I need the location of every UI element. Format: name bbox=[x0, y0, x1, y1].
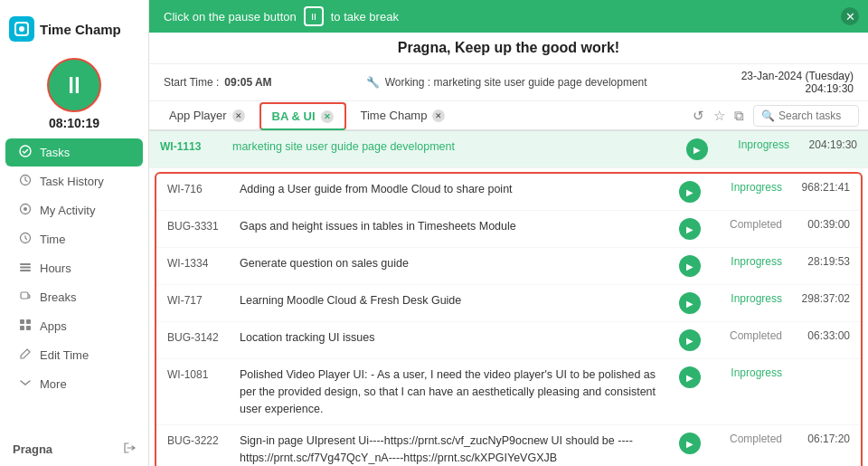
sidebar-item-apps[interactable]: Apps bbox=[5, 312, 143, 340]
sidebar-item-label-tasks: Tasks bbox=[40, 146, 70, 159]
grouped-tasks: WI-716 Adding a User guide from Moodle C… bbox=[155, 172, 863, 466]
sidebar-item-more[interactable]: More bbox=[5, 370, 143, 398]
greeting-text: Pragna, Keep up the good work! bbox=[398, 40, 619, 55]
task-time-4: 06:33:00 bbox=[791, 329, 850, 342]
task-time-2: 28:19:53 bbox=[791, 255, 850, 268]
sidebar-item-label-more: More bbox=[40, 377, 67, 391]
search-icon: 🔍 bbox=[761, 109, 775, 122]
sidebar-item-edit-time[interactable]: Edit Time bbox=[5, 341, 143, 369]
task-play-button-0[interactable]: ▶ bbox=[679, 181, 701, 203]
search-input[interactable] bbox=[778, 109, 851, 122]
task-id-1: BUG-3331 bbox=[167, 218, 231, 233]
logout-icon[interactable] bbox=[123, 442, 136, 457]
sidebar-item-hours[interactable]: Hours bbox=[5, 254, 143, 282]
sidebar-item-label-edit-time: Edit Time bbox=[40, 348, 89, 362]
top-banner: Click on the pause button ⏸ to take brea… bbox=[149, 0, 868, 33]
breaks-icon bbox=[18, 290, 33, 305]
info-bar-working: 🔧 Working : marketing site user guide pa… bbox=[366, 76, 647, 89]
tab-app-player[interactable]: App Player ✕ bbox=[158, 101, 256, 131]
sidebar-item-label-task-history: Task History bbox=[40, 175, 104, 188]
task-time-0: 968:21:41 bbox=[791, 181, 850, 194]
pause-button-icon[interactable]: ⏸ bbox=[304, 6, 324, 26]
task-status-2: Inprogress bbox=[710, 255, 782, 268]
svg-rect-13 bbox=[20, 326, 24, 330]
task-play-button-2[interactable]: ▶ bbox=[679, 255, 701, 277]
task-row: BUG-3222 Sign-in page UIpresent Ui----ht… bbox=[156, 425, 861, 466]
svg-rect-9 bbox=[20, 270, 31, 271]
hours-icon bbox=[18, 261, 33, 276]
tab-label-time-champ: Time Champ bbox=[361, 109, 428, 122]
activity-icon bbox=[18, 203, 33, 218]
info-bar-left: Start Time : 09:05 AM bbox=[164, 76, 272, 89]
sidebar: Time Champ ⏸ 08:10:19 Tasks Task History… bbox=[0, 0, 149, 466]
svg-rect-11 bbox=[20, 319, 24, 324]
sidebar-item-label-apps: Apps bbox=[40, 319, 67, 333]
task-play-button-3[interactable]: ▶ bbox=[679, 292, 701, 314]
close-icon: ✕ bbox=[845, 10, 855, 24]
task-play-button-5[interactable]: ▶ bbox=[679, 366, 701, 388]
sidebar-item-time[interactable]: Time bbox=[5, 225, 143, 253]
task-row: WI-716 Adding a User guide from Moodle C… bbox=[156, 174, 861, 211]
pause-instruction: Click on the pause button bbox=[164, 10, 297, 24]
task-time-3: 298:37:02 bbox=[791, 292, 850, 305]
banner-close-button[interactable]: ✕ bbox=[841, 7, 859, 25]
task-desc-5: Polished Video Player UI: - As a user, I… bbox=[240, 366, 670, 417]
sidebar-item-my-activity[interactable]: My Activity bbox=[5, 196, 143, 224]
task-status-3: Inprogress bbox=[710, 292, 782, 305]
working-label: Working : marketing site user guide page… bbox=[385, 76, 647, 89]
task-desc-4: Location tracking UI issues bbox=[240, 329, 670, 347]
user-name: Pragna bbox=[13, 442, 52, 456]
task-desc-6: Sign-in page UIpresent Ui----https://prn… bbox=[240, 433, 670, 466]
task-id-0: WI-716 bbox=[167, 181, 231, 195]
sidebar-nav: Tasks Task History My Activity Time Hour… bbox=[0, 138, 148, 399]
task-status-1: Completed bbox=[710, 218, 782, 231]
star-icon[interactable]: ☆ bbox=[713, 108, 725, 124]
tab-ba-ui[interactable]: BA & UI ✕ bbox=[259, 102, 346, 130]
task-play-button-6[interactable]: ▶ bbox=[679, 433, 701, 454]
task-row: WI-1081 Polished Video Player UI: - As a… bbox=[156, 359, 861, 425]
sidebar-time: 08:10:19 bbox=[49, 116, 99, 130]
task-row: BUG-3142 Location tracking UI issues ▶ C… bbox=[156, 322, 861, 359]
logo-icon bbox=[9, 16, 34, 42]
task-play-button-1[interactable]: ▶ bbox=[679, 218, 701, 240]
svg-rect-14 bbox=[26, 326, 31, 330]
greeting-bar: Pragna, Keep up the good work! bbox=[149, 33, 868, 64]
task-status-6: Completed bbox=[710, 433, 782, 445]
sidebar-item-task-history[interactable]: Task History bbox=[5, 167, 143, 195]
task-status-4: Completed bbox=[710, 329, 782, 342]
sidebar-item-breaks[interactable]: Breaks bbox=[5, 283, 143, 311]
tab-close-ba-ui[interactable]: ✕ bbox=[321, 110, 334, 123]
task-rows: WI-716 Adding a User guide from Moodle C… bbox=[156, 174, 861, 466]
start-label: Start Time : bbox=[164, 76, 219, 89]
info-bar: Start Time : 09:05 AM 🔧 Working : market… bbox=[149, 64, 868, 101]
task-status-0: Inprogress bbox=[710, 181, 782, 194]
svg-rect-7 bbox=[20, 263, 31, 265]
current-task-play-button[interactable]: ▶ bbox=[686, 138, 708, 160]
banner-suffix: to take break bbox=[331, 10, 399, 24]
svg-rect-12 bbox=[26, 319, 31, 324]
task-row: WI-717 Learning Moodle Cloud & Fresh Des… bbox=[156, 285, 861, 322]
task-history-icon bbox=[18, 174, 33, 189]
sidebar-item-label-breaks: Breaks bbox=[40, 290, 76, 304]
task-status-5: Inprogress bbox=[710, 366, 782, 379]
task-time-6: 06:17:20 bbox=[791, 433, 850, 445]
sidebar-item-tasks[interactable]: Tasks bbox=[5, 138, 143, 166]
window-icon[interactable]: ⧉ bbox=[734, 108, 744, 124]
task-id-5: WI-1081 bbox=[167, 366, 231, 381]
search-box[interactable]: 🔍 bbox=[753, 105, 859, 127]
tab-close-app-player[interactable]: ✕ bbox=[232, 109, 245, 122]
task-row: WI-1334 Generate question on sales guide… bbox=[156, 248, 861, 285]
refresh-icon[interactable]: ↺ bbox=[693, 108, 704, 124]
task-play-button-4[interactable]: ▶ bbox=[679, 329, 701, 351]
svg-rect-8 bbox=[20, 267, 31, 269]
task-id-2: WI-1334 bbox=[167, 255, 231, 270]
avatar: ⏸ bbox=[47, 58, 101, 112]
svg-point-5 bbox=[24, 207, 27, 211]
task-desc-3: Learning Moodle Cloud & Fresh Desk Guide bbox=[240, 292, 670, 309]
more-icon bbox=[18, 376, 33, 392]
task-desc-0: Adding a User guide from Moodle Cloud to… bbox=[240, 181, 670, 198]
tab-time-champ[interactable]: Time Champ ✕ bbox=[350, 101, 457, 131]
task-id-3: WI-717 bbox=[167, 292, 231, 307]
sidebar-item-label-my-activity: My Activity bbox=[40, 204, 95, 217]
tab-close-time-champ[interactable]: ✕ bbox=[432, 109, 445, 122]
